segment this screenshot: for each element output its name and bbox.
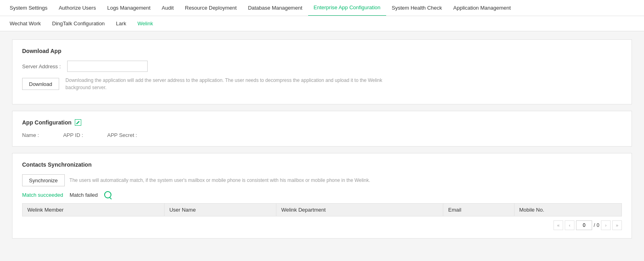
download-hint: Downloading the application will add the… — [66, 77, 387, 91]
app-config-edit-icon[interactable] — [75, 119, 81, 126]
total-pages: 0 — [597, 222, 599, 228]
contacts-table: Welink Member User Name Welink Departmen… — [22, 203, 622, 216]
page-number-input[interactable] — [576, 220, 592, 230]
search-icon[interactable] — [104, 191, 111, 198]
appsecret-label: APP Secret : — [107, 132, 137, 138]
app-config-fields: Name : APP ID : APP Secret : — [22, 132, 622, 138]
contacts-sync-section: Contacts Synchronization Synchronize The… — [12, 153, 632, 239]
col-user-name: User Name — [164, 204, 276, 216]
col-email: Email — [443, 204, 514, 216]
subnav-dingtalk-configuration[interactable]: DingTalk Configuration — [47, 16, 111, 31]
download-button[interactable]: Download — [22, 78, 59, 90]
appid-label: APP ID : — [63, 132, 83, 138]
first-page-button[interactable]: « — [553, 220, 563, 230]
last-page-button[interactable]: » — [612, 220, 622, 230]
sub-navigation: Wechat Work DingTalk Configuration Lark … — [0, 16, 644, 31]
nav-audit[interactable]: Audit — [156, 0, 179, 16]
next-page-button[interactable]: › — [601, 220, 611, 230]
match-failed-label[interactable]: Match failed — [70, 192, 98, 198]
pagination: « ‹ / 0 › » — [22, 220, 622, 230]
nav-authorize-users[interactable]: Authorize Users — [53, 0, 101, 16]
app-configuration-title: App Configuration — [22, 119, 622, 126]
top-navigation: System Settings Authorize Users Logs Man… — [0, 0, 644, 16]
synchronize-button[interactable]: Synchronize — [22, 174, 65, 186]
sync-row: Synchronize The users will automatically… — [22, 174, 622, 186]
match-status-row: Match succeeded Match failed — [22, 191, 622, 198]
contacts-sync-title: Contacts Synchronization — [22, 161, 622, 168]
subnav-wechat-work[interactable]: Wechat Work — [4, 16, 47, 31]
name-label: Name : — [22, 132, 39, 138]
download-app-section: Download App Server Address : Download D… — [12, 39, 632, 104]
nav-system-health-check[interactable]: System Health Check — [386, 0, 448, 16]
page-total: / — [594, 222, 595, 228]
main-content: Download App Server Address : Download D… — [0, 31, 644, 253]
server-address-label: Server Address : — [22, 63, 61, 69]
subnav-lark[interactable]: Lark — [110, 16, 132, 31]
nav-resource-deployment[interactable]: Resource Deployment — [179, 0, 243, 16]
nav-database-management[interactable]: Database Management — [242, 0, 308, 16]
match-succeeded-label[interactable]: Match succeeded — [22, 192, 63, 198]
col-mobile-no: Mobile No. — [514, 204, 621, 216]
nav-logs-management[interactable]: Logs Management — [101, 0, 156, 16]
download-app-title: Download App — [22, 48, 622, 54]
app-configuration-section: App Configuration Name : APP ID : APP Se… — [12, 111, 632, 147]
sync-hint: The users will automatically match, if t… — [70, 177, 370, 184]
col-welink-department: Welink Department — [276, 204, 443, 216]
nav-system-settings[interactable]: System Settings — [4, 0, 53, 16]
col-welink-member: Welink Member — [23, 204, 165, 216]
subnav-welink[interactable]: Welink — [132, 16, 159, 31]
prev-page-button[interactable]: ‹ — [565, 220, 574, 230]
nav-enterprise-app-configuration[interactable]: Enterprise App Configuration — [308, 0, 386, 16]
server-address-input[interactable] — [67, 61, 148, 72]
nav-application-management[interactable]: Application Management — [448, 0, 516, 16]
table-header-row: Welink Member User Name Welink Departmen… — [23, 204, 622, 216]
download-row: Download Downloading the application wil… — [22, 77, 622, 91]
server-address-row: Server Address : — [22, 61, 622, 72]
